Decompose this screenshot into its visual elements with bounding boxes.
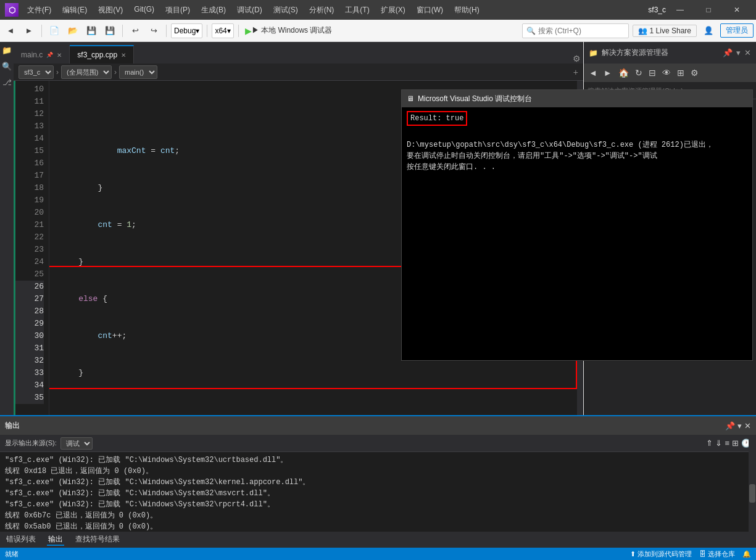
- select-repo-label[interactable]: 🗄 选择仓库: [699, 550, 735, 559]
- output-line-6: 线程 0x6b7c 已退出，返回值为 0 (0x0)。: [5, 510, 751, 521]
- pin-icon: 📌: [46, 52, 53, 58]
- debug-output-3: 按任意键关闭此窗口. . .: [407, 162, 747, 173]
- save-button[interactable]: 💾: [83, 23, 99, 39]
- forward-button[interactable]: ►: [21, 23, 37, 39]
- menu-build[interactable]: 生成(B): [196, 4, 231, 17]
- func-select[interactable]: main(): [119, 65, 157, 79]
- menu-help[interactable]: 帮助(H): [449, 4, 484, 17]
- output-scrollbar[interactable]: [749, 435, 756, 532]
- output-toolbar-btn-3[interactable]: ≡: [725, 439, 729, 448]
- se-forward-icon[interactable]: ►: [601, 67, 615, 79]
- debug-console-content[interactable]: Result: true D:\mysetup\gopath\src\dsy\s…: [402, 107, 752, 360]
- tab-main-c-close[interactable]: ✕: [57, 52, 62, 59]
- location-add-icon[interactable]: +: [573, 67, 578, 77]
- se-collapse-icon[interactable]: ⊟: [646, 67, 658, 79]
- sidebar-explorer-icon[interactable]: 📁: [1, 44, 12, 56]
- platform-arrow: ▾: [227, 27, 231, 35]
- se-show-all-icon[interactable]: 👁: [660, 67, 673, 79]
- output-tab-output[interactable]: 输出: [47, 534, 64, 546]
- location-arrow-1: ›: [56, 68, 59, 76]
- toolbar-separator-4: [207, 25, 207, 37]
- tab-main-c[interactable]: main.c 📌 ✕: [14, 45, 70, 64]
- maximize-button[interactable]: □: [694, 0, 723, 20]
- output-tab-errors[interactable]: 错误列表: [5, 534, 37, 546]
- output-toolbar-btn-2[interactable]: ⇓: [715, 439, 722, 448]
- solution-explorer-header: 📁 解决方案资源管理器 📌 ▾ ✕: [584, 42, 756, 64]
- manage-button[interactable]: 管理员: [720, 23, 754, 38]
- tab-sf3-cpp-close[interactable]: ✕: [121, 52, 126, 59]
- output-toolbar-btn-1[interactable]: ⇑: [706, 439, 713, 448]
- sidebar-git-icon[interactable]: ⎇: [1, 76, 12, 88]
- menu-test[interactable]: 测试(S): [268, 4, 303, 17]
- tab-sf3-cpp-label: sf3_cpp.cpp: [77, 51, 117, 59]
- output-source-select[interactable]: 调试: [60, 437, 93, 450]
- status-bar: 就绪 ⬆ 添加到源代码管理 🗄 选择仓库 🔔: [0, 548, 756, 560]
- menu-view[interactable]: 视图(V): [93, 4, 128, 17]
- output-close-icon[interactable]: ✕: [744, 421, 751, 430]
- output-pin-icon[interactable]: 📌: [725, 421, 735, 430]
- back-button[interactable]: ◄: [2, 23, 19, 39]
- menu-tools[interactable]: 工具(T): [340, 4, 374, 17]
- menu-window[interactable]: 窗口(W): [412, 4, 448, 17]
- output-scrollbar-thumb[interactable]: [749, 484, 755, 503]
- close-button[interactable]: ✕: [723, 0, 751, 20]
- live-share-button[interactable]: 👥 1 Live Share: [633, 25, 697, 37]
- output-source-label: 显示输出来源(S):: [5, 439, 57, 448]
- run-button[interactable]: ▶ ▶ 本地 Windows 调试器: [243, 23, 334, 39]
- scope-select[interactable]: (全局范围): [61, 65, 112, 79]
- output-content[interactable]: "sf3_c.exe" (Win32): 已加载 "C:\Windows\Sys…: [0, 452, 756, 532]
- output-line-7: 线程 0x5ab0 已退出，返回值为 0 (0x0)。: [5, 521, 751, 532]
- debug-output-2: 要在调试停止时自动关闭控制台，请启用"工具"->"选项"->"调试"->"调试: [407, 150, 747, 162]
- se-settings-icon[interactable]: ⚙: [688, 67, 701, 79]
- platform-dropdown[interactable]: x64 ▾: [212, 23, 233, 38]
- se-sync-icon[interactable]: ↻: [633, 67, 645, 79]
- config-dropdown[interactable]: Debug ▾: [171, 23, 202, 38]
- se-home-icon[interactable]: 🏠: [616, 67, 631, 79]
- search-box[interactable]: 🔍: [522, 23, 629, 38]
- live-share-label: 1 Live Share: [650, 27, 691, 35]
- debug-console: 🖥 Microsoft Visual Studio 调试控制台 Result: …: [401, 89, 753, 361]
- menu-extensions[interactable]: 扩展(X): [376, 4, 410, 17]
- menu-edit[interactable]: 编辑(E): [57, 4, 92, 17]
- result-output: Result: true: [407, 111, 747, 128]
- output-chevron-icon[interactable]: ▾: [737, 421, 742, 430]
- tab-main-c-label: main.c: [21, 51, 43, 59]
- sidebar-search-icon[interactable]: 🔍: [1, 60, 12, 72]
- output-tab-find[interactable]: 查找符号结果: [74, 534, 121, 546]
- output-line-1: "sf3_c.exe" (Win32): 已加载 "C:\Windows\Sys…: [5, 455, 751, 466]
- menu-project[interactable]: 项目(P): [160, 4, 195, 17]
- title-bar: ⬡ 文件(F) 编辑(E) 视图(V) Git(G) 项目(P) 生成(B) 调…: [0, 0, 756, 20]
- menu-debug[interactable]: 调试(D): [232, 4, 267, 17]
- toolbar-separator-5: [238, 25, 239, 37]
- add-to-source-label[interactable]: ⬆ 添加到源代码管理: [630, 550, 692, 559]
- open-button[interactable]: 📂: [65, 23, 81, 39]
- se-back-icon[interactable]: ◄: [586, 67, 600, 79]
- menu-analyze[interactable]: 分析(N): [304, 4, 339, 17]
- window-controls: — □ ✕: [666, 0, 751, 20]
- repo-icon: 🗄: [699, 550, 706, 558]
- se-close-button[interactable]: ✕: [744, 48, 751, 57]
- redo-button[interactable]: ↪: [146, 23, 162, 39]
- output-toolbar-btn-4[interactable]: ⊞: [732, 439, 739, 448]
- se-chevron-button[interactable]: ▾: [736, 48, 741, 57]
- menu-file[interactable]: 文件(F): [22, 4, 56, 17]
- minimize-button[interactable]: —: [666, 0, 694, 20]
- save-all-button[interactable]: 💾: [102, 23, 118, 39]
- tab-sf3-cpp[interactable]: sf3_cpp.cpp ✕: [70, 45, 134, 64]
- account-button[interactable]: 👤: [700, 23, 717, 39]
- output-line-4: "sf3_c.exe" (Win32): 已加载 "C:\Windows\Sys…: [5, 488, 751, 499]
- se-pin-button[interactable]: 📌: [723, 48, 733, 57]
- manage-label: 管理员: [726, 26, 748, 35]
- config-arrow: ▾: [196, 27, 199, 35]
- new-file-button[interactable]: 📄: [46, 23, 62, 39]
- code-line-16: }: [59, 367, 577, 379]
- tab-gear-icon[interactable]: ⚙: [573, 54, 581, 64]
- file-select[interactable]: sf3_c: [19, 65, 54, 79]
- search-input[interactable]: [538, 27, 625, 35]
- undo-button[interactable]: ↩: [127, 23, 143, 39]
- menu-git[interactable]: Git(G): [129, 4, 159, 17]
- notifications-icon[interactable]: 🔔: [742, 550, 751, 558]
- debug-console-title: 🖥 Microsoft Visual Studio 调试控制台: [402, 90, 752, 107]
- se-filter-icon[interactable]: ⊞: [675, 67, 687, 79]
- config-label: Debug: [174, 27, 196, 35]
